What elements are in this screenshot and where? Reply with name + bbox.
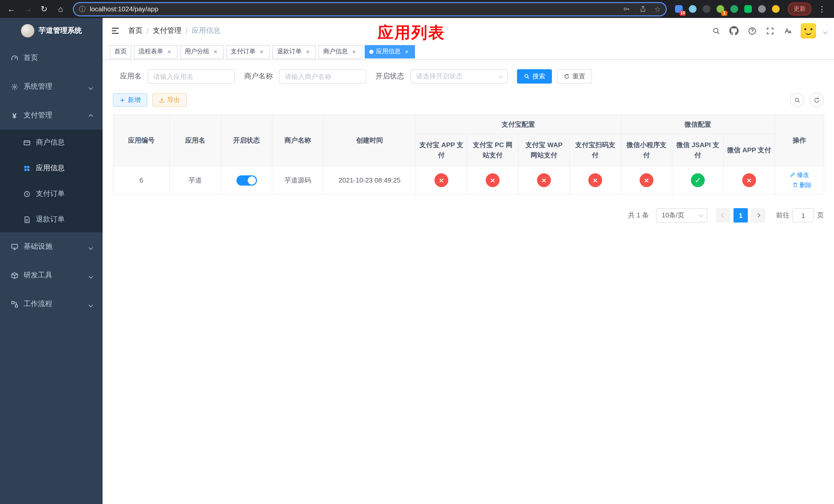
chevron-down-icon <box>89 83 92 91</box>
tab-refund-orders[interactable]: 退款订单 × <box>272 45 316 58</box>
github-icon[interactable] <box>729 26 739 36</box>
filter-form: 应用名 商户名称 开启状态 请选择开启状态 搜索 重置 <box>120 69 824 84</box>
extension-icon-8[interactable] <box>771 4 780 14</box>
fullscreen-icon[interactable] <box>765 26 775 36</box>
breadcrumb-home[interactable]: 首页 <box>128 26 142 36</box>
extension-icon-4[interactable]: 1 <box>716 4 725 14</box>
close-icon[interactable]: × <box>212 48 219 55</box>
close-icon[interactable]: × <box>304 48 311 55</box>
help-icon[interactable] <box>747 26 757 36</box>
extension-icon-6[interactable] <box>743 4 752 14</box>
sidebar-item-system[interactable]: 系统管理 <box>0 72 103 101</box>
enabled-toggle[interactable] <box>236 175 257 186</box>
site-info-icon[interactable]: ⓘ <box>79 4 86 14</box>
col-header-alipay-wap: 支付宝 WAP 网站支付 <box>518 134 570 166</box>
close-icon[interactable]: × <box>403 48 410 55</box>
extension-icon-7[interactable] <box>757 4 766 14</box>
tab-user-group[interactable]: 用户分组 × <box>180 45 224 58</box>
collapse-sidebar-icon[interactable] <box>110 25 121 37</box>
col-header-alipay-qr: 支付宝扫码支付 <box>570 134 621 166</box>
cell-alipay-pc: × <box>467 166 518 194</box>
extension-icon-2[interactable] <box>688 4 697 14</box>
chevron-down-icon[interactable] <box>824 26 827 36</box>
sidebar-item-payment[interactable]: ¥ 支付管理 <box>0 101 103 130</box>
cell-wx-jsapi: ✓ <box>672 166 723 194</box>
browser-menu-icon[interactable]: ⋮ <box>816 4 828 14</box>
reload-icon[interactable]: ↻ <box>37 2 51 16</box>
home-icon[interactable]: ⌂ <box>53 2 68 16</box>
tab-app-info[interactable]: 应用信息 × <box>365 45 415 58</box>
close-icon[interactable]: × <box>350 48 357 55</box>
browser-update-button[interactable]: 更新 <box>788 3 811 15</box>
app-title: 芋道管理系统 <box>39 26 82 36</box>
col-header-alipay-pc: 支付宝 PC 网站支付 <box>467 134 518 166</box>
avatar[interactable] <box>801 23 816 39</box>
col-header-app-name: 应用名 <box>170 115 221 166</box>
cell-alipay-wap: × <box>518 166 570 194</box>
edit-button[interactable]: 修改 <box>790 170 809 179</box>
status-label: 开启状态 <box>375 72 404 81</box>
forward-icon[interactable]: → <box>21 2 35 16</box>
add-button[interactable]: 新增 <box>113 93 147 107</box>
close-icon[interactable]: × <box>258 48 265 55</box>
extension-icon-1[interactable]: 10 <box>674 4 683 14</box>
col-header-merchant: 商户名称 <box>272 115 323 166</box>
delete-button[interactable]: 删除 <box>792 180 812 189</box>
sidebar-item-payment-orders[interactable]: 支付订单 <box>0 181 103 207</box>
sidebar-item-home[interactable]: 首页 <box>0 44 103 72</box>
document-icon <box>23 215 31 224</box>
sidebar: 芋道管理系统 首页 系统管理 ¥ 支付管 <box>0 18 103 504</box>
cell-alipay-qr: × <box>570 166 621 194</box>
page-content: 应用名 商户名称 开启状态 请选择开启状态 搜索 重置 <box>103 60 834 504</box>
refresh-icon[interactable] <box>809 93 824 107</box>
address-bar[interactable]: ⓘ localhost:1024/pay/app ☆ <box>73 2 667 16</box>
extension-icon-5[interactable] <box>729 4 739 14</box>
app-logo-row[interactable]: 芋道管理系统 <box>0 18 103 44</box>
sidebar-item-app-info[interactable]: 应用信息 <box>0 155 103 181</box>
close-icon[interactable]: × <box>166 48 173 55</box>
sidebar-item-workflow[interactable]: 工作流程 <box>0 290 103 318</box>
sidebar-item-dev-tools[interactable]: 研发工具 <box>0 261 103 290</box>
col-header-wx-app: 微信 APP 支付 <box>723 134 775 166</box>
status-select[interactable]: 请选择开启状态 <box>410 69 508 84</box>
extension-icon-3[interactable] <box>702 4 711 14</box>
app-name-input[interactable] <box>148 69 235 84</box>
back-icon[interactable]: ← <box>4 2 19 16</box>
col-group-wechat: 微信配置 <box>621 115 775 134</box>
tab-process-form[interactable]: 流程表单 × <box>134 45 177 58</box>
password-key-icon[interactable] <box>621 4 632 14</box>
search-button[interactable]: 搜索 <box>517 69 552 84</box>
chevron-down-icon <box>699 213 703 217</box>
merchant-name-input[interactable] <box>279 69 366 84</box>
bookmark-star-icon[interactable]: ☆ <box>654 5 661 13</box>
tab-merchant-info[interactable]: 商户信息 × <box>319 45 362 58</box>
font-size-icon[interactable] <box>783 26 793 36</box>
pagination-total: 共 1 条 <box>628 211 649 220</box>
chevron-down-icon <box>89 271 92 279</box>
chevron-up-icon <box>89 111 92 119</box>
breadcrumb-payment[interactable]: 支付管理 <box>153 26 181 36</box>
browser-toolbar: ← → ↻ ⌂ ⓘ localhost:1024/pay/app ☆ 10 1 <box>0 0 834 18</box>
monitor-icon <box>10 243 19 251</box>
next-page-button[interactable] <box>751 208 765 223</box>
search-icon[interactable] <box>711 26 721 36</box>
toggle-search-icon[interactable] <box>790 93 804 107</box>
prev-page-button[interactable] <box>716 208 730 223</box>
sidebar-item-merchant-info[interactable]: 商户信息 <box>0 130 103 155</box>
tab-home[interactable]: 首页 <box>110 45 131 58</box>
pagination: 共 1 条 10条/页 1 前往 页 <box>113 208 824 223</box>
app-name-label: 应用名 <box>120 72 141 81</box>
sidebar-item-refund-orders[interactable]: 退款订单 <box>0 207 103 232</box>
url-text[interactable]: localhost:1024/pay/app <box>90 5 621 13</box>
reset-button[interactable]: 重置 <box>557 69 592 84</box>
tab-payment-orders[interactable]: 支付订单 × <box>226 45 270 58</box>
page-size-select[interactable]: 10条/页 <box>656 208 707 223</box>
goto-page-input[interactable] <box>792 208 814 223</box>
cell-app-name: 芋道 <box>170 166 221 194</box>
page-number-button[interactable]: 1 <box>733 208 748 223</box>
export-button[interactable]: 导出 <box>152 93 187 107</box>
cell-alipay-app: × <box>416 166 467 194</box>
share-icon[interactable] <box>638 4 648 14</box>
sidebar-item-infrastructure[interactable]: 基础设施 <box>0 232 103 261</box>
cell-merchant: 芋道源码 <box>272 166 323 194</box>
